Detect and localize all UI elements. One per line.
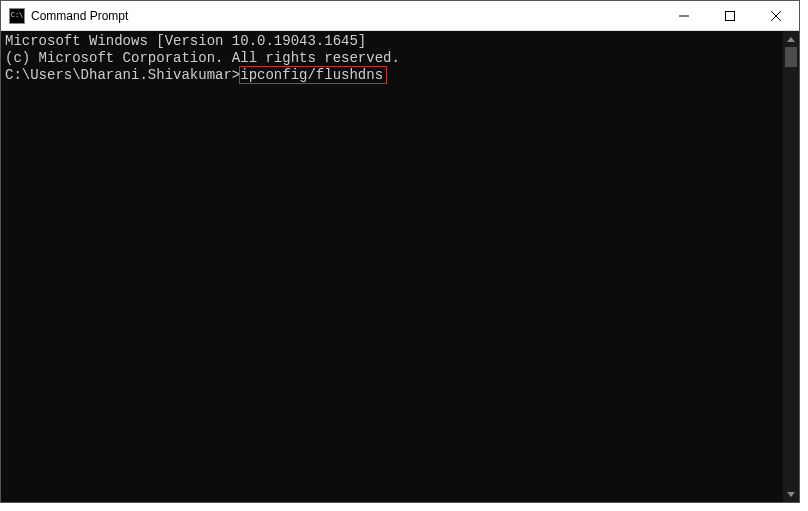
terminal-area[interactable]: Microsoft Windows [Version 10.0.19043.16…: [1, 31, 799, 502]
scroll-up-button[interactable]: [783, 31, 799, 47]
window-controls: [661, 1, 799, 30]
scroll-down-button[interactable]: [783, 486, 799, 502]
minimize-button[interactable]: [661, 1, 707, 30]
svg-rect-1: [726, 11, 735, 20]
terminal-content[interactable]: Microsoft Windows [Version 10.0.19043.16…: [1, 31, 783, 502]
terminal-command-highlighted: ipconfig/flushdns: [239, 66, 387, 84]
close-button[interactable]: [753, 1, 799, 30]
minimize-icon: [679, 11, 689, 21]
terminal-prompt-line: C:\Users\Dharani.Shivakumar>ipconfig/flu…: [5, 67, 779, 84]
titlebar[interactable]: C:\ Command Prompt: [1, 1, 799, 31]
scroll-thumb[interactable]: [785, 47, 797, 67]
chevron-down-icon: [787, 492, 795, 497]
terminal-output-line: Microsoft Windows [Version 10.0.19043.16…: [5, 33, 779, 50]
window-title: Command Prompt: [31, 9, 661, 23]
chevron-up-icon: [787, 37, 795, 42]
app-icon-glyph: C:\: [11, 12, 24, 19]
maximize-button[interactable]: [707, 1, 753, 30]
terminal-output-line: (c) Microsoft Corporation. All rights re…: [5, 50, 779, 67]
command-prompt-window: C:\ Command Prompt Microsoft Windows [Ve…: [0, 0, 800, 503]
close-icon: [771, 11, 781, 21]
maximize-icon: [725, 11, 735, 21]
terminal-prompt: C:\Users\Dharani.Shivakumar>: [5, 67, 240, 83]
vertical-scrollbar[interactable]: [783, 31, 799, 502]
app-icon: C:\: [9, 8, 25, 24]
